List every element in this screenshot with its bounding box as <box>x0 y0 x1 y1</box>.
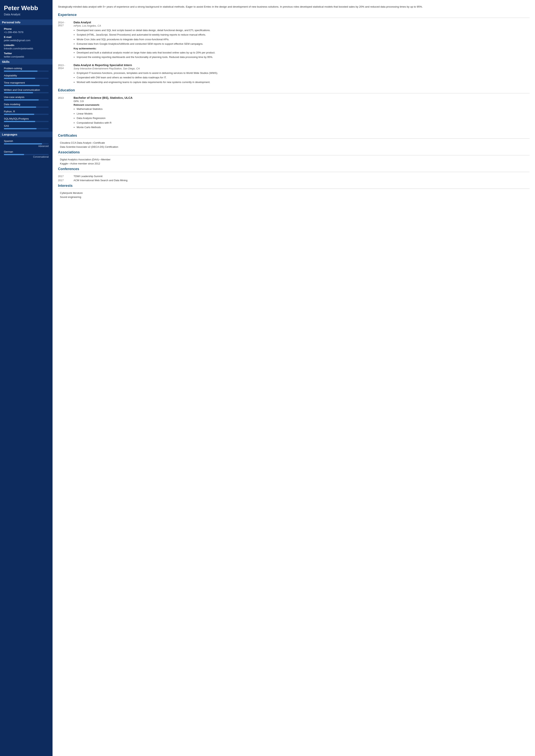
bullet-item: Cooperated with DW team and others as ne… <box>77 76 529 79</box>
coursework-item: Data Analysis Regression <box>77 116 529 120</box>
skill-bar-bg <box>4 70 49 72</box>
linkedin-value: linkedin.com/in/peterwebb <box>4 47 49 50</box>
language-level: Advanced <box>4 145 49 148</box>
skill-label: Time management <box>4 81 49 84</box>
skill-label: SQL/MySQL/Postgres <box>4 117 49 120</box>
twitter-block: Twitter twitter.com/pwebb <box>4 52 49 58</box>
skill-bar-fill <box>4 70 38 72</box>
association-item: Digital Analytics Association (DAA)—Memb… <box>60 158 529 161</box>
sidebar: Peter Webb Data Analyst Personal Info Ph… <box>0 0 52 756</box>
education-entry: 2013 Bachelor of Science (BS), Statistic… <box>58 96 529 130</box>
entry-content: Data Analyst mPyre, Los Angeles, CA Deve… <box>73 21 529 60</box>
skill-bar-bg <box>4 107 49 108</box>
conference-year: 2017 <box>58 179 73 182</box>
job-title: Data Analyst <box>73 21 529 24</box>
certificate-item: Cloudera CCA Data Analyst—Certificate <box>60 141 529 144</box>
experience-list: 2014 -2017 Data Analyst mPyre, Los Angel… <box>58 21 529 85</box>
linkedin-block: LinkedIn linkedin.com/in/peterwebb <box>4 44 49 50</box>
achievements-label: Key achievements: <box>73 47 529 50</box>
skill-bar-bg <box>4 85 49 86</box>
interest-item: Cyberpunk literature <box>60 192 529 194</box>
coursework-list: Mathematical StatisticsLinear ModelsData… <box>73 107 529 129</box>
gpa: GPA: 3.9 <box>73 100 529 103</box>
achievements-list: Developed and built a statistical analys… <box>73 51 529 59</box>
conference-name: ACM International Web Search and Data Mi… <box>73 179 127 182</box>
bullets-list: Developed test cases and SQL test script… <box>73 28 529 46</box>
skill-item: Adaptability <box>4 74 49 79</box>
skill-label: Written and Oral communication <box>4 89 49 91</box>
education-list: 2013 Bachelor of Science (BS), Statistic… <box>58 96 529 130</box>
edu-content: Bachelor of Science (BS), Statistics, UL… <box>73 96 529 130</box>
degree-title: Bachelor of Science (BS), Statistics, UL… <box>73 96 529 99</box>
bullet-item: Employed IT business functions, processe… <box>77 71 529 75</box>
skill-bar-fill <box>4 107 36 108</box>
bullets-list: Employed IT business functions, processe… <box>73 71 529 84</box>
interests-section-title: Interests <box>58 184 529 189</box>
language-item: German Conversational <box>4 150 49 158</box>
skill-bar-fill <box>4 128 37 129</box>
email-value: peter.webb@gmail.com <box>4 39 49 42</box>
language-level: Conversational <box>4 155 49 158</box>
languages-header: Languages <box>0 132 52 137</box>
bullet-item: Worked with leadership and engineering t… <box>77 80 529 84</box>
conferences-section-title: Conferences <box>58 167 529 172</box>
skill-bar-bg <box>4 121 49 122</box>
skill-bar-fill <box>4 121 35 122</box>
main-content: Strategically-minded data analyst with 5… <box>52 0 535 756</box>
phone-label: Phone <box>4 27 49 30</box>
language-item: Spanish Advanced <box>4 140 49 148</box>
skill-bar-bg <box>4 128 49 129</box>
skill-bar-bg <box>4 92 49 93</box>
phone-block: Phone +1-299-456-7878 <box>4 27 49 34</box>
skill-item: Use-case analysis <box>4 95 49 100</box>
language-bar-fill <box>4 154 24 155</box>
bullet-item: Extracted data from Google Analytics/AdW… <box>77 42 529 46</box>
skill-label: Python, R <box>4 110 49 113</box>
experience-entry: 2014 -2017 Data Analyst mPyre, Los Angel… <box>58 21 529 60</box>
skill-item: Problem-solving <box>4 67 49 72</box>
bullet-item: Wrote Cron Jobs and SQL procedures to in… <box>77 38 529 41</box>
company-name: Sony Interactive Entertainment PlayStati… <box>73 67 529 70</box>
conferences-list: 2017 TDWI Leadership Summit 2017 ACM Int… <box>58 175 529 182</box>
twitter-value: twitter.com/pwebb <box>4 55 49 58</box>
skills-list: Problem-solving Adaptability Time manage… <box>4 67 49 129</box>
skill-bar-fill <box>4 78 35 79</box>
languages-list: Spanish Advanced German Conversational <box>4 140 49 158</box>
skill-item: Python, R <box>4 110 49 115</box>
associations-section-title: Associations <box>58 150 529 155</box>
skill-item: SQL/MySQL/Postgres <box>4 117 49 122</box>
experience-entry: 2013 -2014 Data Analyst & Reporting Spec… <box>58 63 529 85</box>
skills-header: Skills <box>0 59 52 65</box>
skill-bar-fill <box>4 99 39 100</box>
bullet-item: Scripted (HTML, JavaScript, Stored Proce… <box>77 33 529 37</box>
skill-bar-fill <box>4 85 40 86</box>
skill-item: SAS <box>4 124 49 129</box>
conference-name: TDWI Leadership Summit <box>73 175 102 178</box>
candidate-title: Data Analyst <box>4 13 49 16</box>
entry-content: Data Analyst & Reporting Specialist Inte… <box>73 63 529 85</box>
language-bar-row <box>4 143 49 145</box>
skill-bar-fill <box>4 114 34 115</box>
phone-value: +1-299-456-7878 <box>4 31 49 34</box>
language-bar-row <box>4 154 49 155</box>
skill-label: Adaptability <box>4 74 49 77</box>
personal-info-header: Personal Info <box>0 19 52 25</box>
achievement-item: Improved the existing reporting dashboar… <box>77 55 529 59</box>
education-section-title: Education <box>58 88 529 93</box>
coursework-item: Monte Carlo Methods <box>77 125 529 129</box>
candidate-name: Peter Webb <box>4 5 49 12</box>
skill-item: Data modeling <box>4 103 49 108</box>
coursework-item: Computational Statistics with R <box>77 121 529 125</box>
entry-date: 2014 -2017 <box>58 21 73 60</box>
certificate-item: Data Scientist Associate v2 (DECA-DS) Ce… <box>60 146 529 148</box>
company-name: mPyre, Los Angeles, CA <box>73 24 529 27</box>
skill-item: Written and Oral communication <box>4 89 49 93</box>
achievement-item: Developed and built a statistical analys… <box>77 51 529 55</box>
skill-label: Problem-solving <box>4 67 49 70</box>
coursework-item: Mathematical Statistics <box>77 107 529 111</box>
conference-year: 2017 <box>58 175 73 178</box>
conference-entry: 2017 ACM International Web Search and Da… <box>58 179 529 182</box>
language-label: German <box>4 150 49 153</box>
skill-label: Data modeling <box>4 103 49 106</box>
language-label: Spanish <box>4 140 49 143</box>
